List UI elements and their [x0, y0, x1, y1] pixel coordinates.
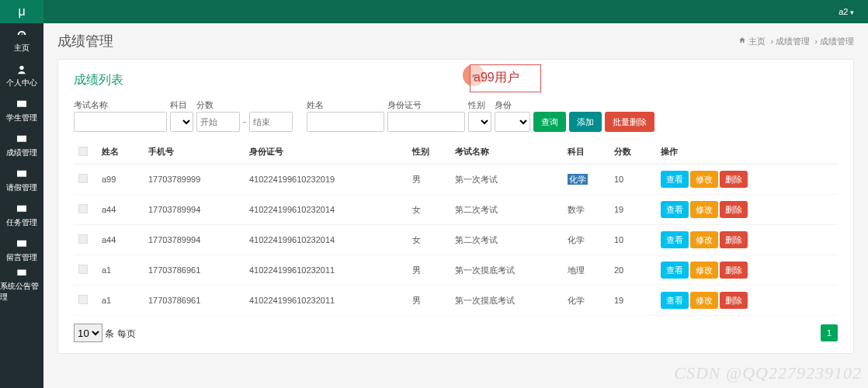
table-row: a117703786961410224199610232011男第一次摸底考试化…	[74, 286, 838, 316]
sidebar-item-2[interactable]: 学生管理	[0, 93, 43, 128]
sidebar-item-label: 主页	[14, 43, 30, 54]
delete-button[interactable]: 删除	[720, 262, 748, 279]
breadcrumb: 主页 › 成绩管理 › 成绩管理	[738, 36, 854, 47]
view-button[interactable]: 查看	[661, 262, 689, 279]
select-all-checkbox[interactable]	[78, 147, 88, 156]
edit-button[interactable]: 修改	[690, 231, 718, 248]
mon-icon	[16, 268, 28, 279]
cell-subject: 数学	[563, 195, 609, 225]
delete-button[interactable]: 删除	[720, 171, 748, 188]
cell-id: 410224199610232014	[245, 225, 408, 255]
cell-gender: 男	[408, 165, 450, 195]
top-bar: μ a2	[0, 0, 868, 23]
cell-gender: 女	[408, 225, 450, 255]
label-name: 姓名	[307, 99, 384, 110]
crumb-last: 成绩管理	[820, 36, 854, 46]
score-table: 姓名 手机号 身份证号 性别 考试名称 科目 分数 操作 a9917703789…	[74, 140, 838, 316]
cell-subject: 化学	[563, 225, 609, 255]
cell-score: 10	[609, 165, 656, 195]
mon-icon	[16, 238, 28, 251]
sidebar: 主页个人中心学生管理成绩管理请假管理任务管理留言管理系统公告管理	[0, 23, 43, 388]
add-button[interactable]: 添加	[569, 112, 602, 132]
list-panel: 成绩列表 考试名称 科目 分数 -	[57, 59, 854, 354]
role-select[interactable]	[495, 112, 530, 132]
cell-id: 410224199610232014	[245, 195, 408, 225]
query-button[interactable]: 查询	[533, 112, 566, 132]
sidebar-item-1[interactable]: 个人中心	[0, 58, 43, 93]
row-checkbox[interactable]	[78, 265, 88, 274]
mon-icon	[16, 203, 28, 216]
page-title: 成绩管理	[57, 32, 113, 50]
view-button[interactable]: 查看	[661, 231, 689, 248]
cell-id: 410224199610232011	[245, 286, 408, 316]
cell-phone: 17703789999	[144, 165, 245, 195]
mon-icon	[16, 99, 28, 111]
cell-exam: 第一次摸底考试	[450, 286, 563, 316]
sidebar-item-5[interactable]: 任务管理	[0, 198, 43, 233]
row-checkbox[interactable]	[78, 174, 88, 183]
delete-button[interactable]: 删除	[720, 231, 748, 248]
page-size-select[interactable]: 10	[74, 324, 102, 342]
cell-gender: 男	[408, 255, 450, 286]
th-subject: 科目	[563, 140, 609, 165]
table-row: a9917703789999410224199610232019男第一次考试化学…	[74, 165, 838, 195]
row-checkbox[interactable]	[78, 204, 88, 213]
user-dropdown[interactable]: a2	[825, 7, 868, 16]
th-score: 分数	[609, 140, 656, 165]
crumb-mid[interactable]: 成绩管理	[776, 36, 810, 46]
cell-subject: 地理	[563, 255, 609, 286]
delete-button[interactable]: 删除	[720, 201, 748, 218]
cell-gender: 女	[408, 195, 450, 225]
cell-name: a1	[97, 286, 144, 316]
cell-score: 20	[609, 255, 656, 286]
score-start-input[interactable]	[196, 112, 240, 132]
cell-score: 19	[609, 286, 656, 316]
th-exam: 考试名称	[450, 140, 563, 165]
sidebar-item-0[interactable]: 主页	[0, 23, 43, 58]
subject-select[interactable]	[170, 112, 193, 132]
mon-icon	[16, 133, 28, 146]
delete-button[interactable]: 删除	[720, 292, 748, 309]
batch-delete-button[interactable]: 批量删除	[605, 112, 654, 132]
cell-exam: 第一次摸底考试	[450, 255, 563, 286]
cell-exam: 第二次考试	[450, 195, 563, 225]
row-checkbox[interactable]	[78, 234, 88, 244]
cell-phone: 17703786961	[144, 286, 245, 316]
page-1[interactable]: 1	[821, 324, 838, 341]
sidebar-item-label: 系统公告管理	[0, 281, 43, 303]
user-icon	[16, 64, 28, 76]
app-logo[interactable]: μ	[0, 0, 43, 23]
th-gender: 性别	[408, 140, 450, 165]
label-idcard: 身份证号	[387, 99, 465, 110]
label-exam: 考试名称	[74, 99, 167, 110]
view-button[interactable]: 查看	[661, 201, 689, 218]
idcard-input[interactable]	[387, 112, 465, 132]
crumb-home[interactable]: 主页	[748, 36, 766, 46]
row-checkbox[interactable]	[78, 295, 88, 304]
gender-select[interactable]	[468, 112, 491, 132]
cell-id: 410224199610232011	[245, 255, 408, 286]
th-phone: 手机号	[144, 140, 245, 165]
sidebar-item-7[interactable]: 系统公告管理	[0, 268, 43, 303]
sidebar-item-6[interactable]: 留言管理	[0, 233, 43, 268]
edit-button[interactable]: 修改	[690, 262, 718, 279]
edit-button[interactable]: 修改	[690, 171, 718, 188]
name-input[interactable]	[307, 112, 384, 132]
per-page-text: 条 每页	[105, 328, 135, 339]
sidebar-item-3[interactable]: 成绩管理	[0, 128, 43, 163]
sidebar-item-4[interactable]: 请假管理	[0, 163, 43, 198]
table-row: a4417703789994410224199610232014女第二次考试数学…	[74, 195, 838, 225]
exam-name-input[interactable]	[74, 112, 167, 132]
score-end-input[interactable]	[249, 112, 293, 132]
label-score: 分数	[196, 99, 293, 110]
home-icon	[738, 36, 746, 44]
edit-button[interactable]: 修改	[690, 201, 718, 218]
cell-id: 410224199610232019	[245, 165, 408, 195]
sidebar-item-label: 任务管理	[6, 217, 37, 228]
view-button[interactable]: 查看	[661, 171, 689, 188]
label-role: 身份	[495, 99, 530, 110]
edit-button[interactable]: 修改	[690, 292, 718, 309]
cell-name: a1	[97, 255, 144, 286]
view-button[interactable]: 查看	[661, 292, 689, 309]
cell-score: 19	[609, 195, 656, 225]
